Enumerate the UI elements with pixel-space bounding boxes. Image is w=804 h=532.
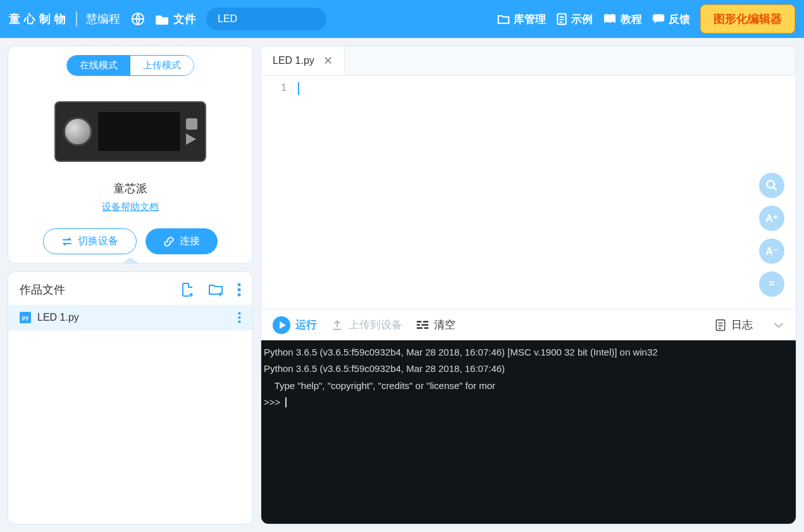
svg-rect-11 <box>423 321 428 323</box>
svg-rect-13 <box>421 324 428 325</box>
svg-point-7 <box>238 316 240 319</box>
play-icon <box>273 316 290 334</box>
files-more-icon[interactable] <box>237 283 241 297</box>
nav-feedback[interactable]: 反馈 <box>652 12 690 27</box>
file-menu[interactable]: 文件 <box>156 11 196 27</box>
equals-button[interactable]: = <box>759 271 784 297</box>
terminal-line: Type "help", "copyright", "credits" or "… <box>264 380 495 391</box>
files-title: 作品文件 <box>20 282 168 297</box>
new-folder-icon[interactable] <box>208 282 225 297</box>
clear-button[interactable]: 清空 <box>416 318 455 332</box>
collapse-arrow-icon[interactable] <box>121 257 139 264</box>
files-panel: 作品文件 py LED 1.py <box>8 271 253 524</box>
switch-device-button[interactable]: 切换设备 <box>43 228 137 254</box>
upload-to-device-button: 上传到设备 <box>331 318 402 332</box>
line-number: 1 <box>261 82 287 94</box>
device-knob-icon <box>63 117 92 146</box>
cursor <box>298 82 299 95</box>
code-area[interactable] <box>293 76 796 309</box>
svg-point-9 <box>767 181 775 189</box>
svg-point-5 <box>238 294 241 297</box>
svg-point-4 <box>238 288 241 292</box>
run-button[interactable]: 运行 <box>273 316 317 334</box>
svg-point-8 <box>238 321 240 323</box>
svg-point-6 <box>238 312 240 314</box>
log-button[interactable]: 日志 <box>715 318 753 332</box>
device-name: 童芯派 <box>113 181 147 196</box>
nav-library[interactable]: 库管理 <box>497 12 546 27</box>
tab-label: LED 1.py <box>273 55 314 66</box>
main: 在线模式 上传模式 童芯派 设备帮助文档 切换设备 <box>0 38 804 532</box>
files-header: 作品文件 <box>8 272 252 305</box>
editor: LED 1.py ✕ 1 A⁺ A⁻ = <box>261 46 796 524</box>
svg-rect-12 <box>417 324 420 325</box>
python-file-icon: py <box>20 312 31 323</box>
terminal[interactable]: Python 3.6.5 (v3.6.5:f59c0932b4, Mar 28 … <box>261 340 796 524</box>
font-increase-button[interactable]: A⁺ <box>759 206 784 231</box>
file-more-icon[interactable] <box>238 311 241 324</box>
svg-rect-14 <box>417 327 423 329</box>
mode-toggle: 在线模式 上传模式 <box>66 55 194 76</box>
file-row[interactable]: py LED 1.py <box>8 305 252 330</box>
editor-body[interactable]: 1 <box>261 76 796 309</box>
device-help-link[interactable]: 设备帮助文档 <box>102 201 159 213</box>
topbar: 童心制物 慧编程 文件 库管理 示例 教程 反馈 图形化编辑器 <box>0 0 804 38</box>
terminal-line: Python 3.6.5 (v3.6.5:f59c0932b4, Mar 28 … <box>264 363 505 374</box>
device-image <box>54 101 206 162</box>
mode-upload[interactable]: 上传模式 <box>130 56 194 75</box>
new-file-icon[interactable] <box>180 282 195 297</box>
search-icon[interactable] <box>759 173 784 198</box>
svg-point-3 <box>238 283 241 287</box>
right-panel: LED 1.py ✕ 1 A⁺ A⁻ = <box>261 46 796 524</box>
close-icon[interactable]: ✕ <box>323 54 333 68</box>
nav-tutorials[interactable]: 教程 <box>603 12 642 27</box>
terminal-line: Python 3.6.5 (v3.6.5:f59c0932b4, Mar 28 … <box>264 347 658 357</box>
brand-sub: 慧编程 <box>76 11 120 27</box>
device-panel: 在线模式 上传模式 童芯派 设备帮助文档 切换设备 <box>8 46 253 264</box>
globe-icon[interactable] <box>130 11 145 27</box>
tab-bar: LED 1.py ✕ <box>261 46 796 76</box>
svg-rect-10 <box>417 321 422 323</box>
terminal-cursor <box>285 397 287 407</box>
brand: 童心制物 <box>9 11 70 27</box>
run-toolbar: 运行 上传到设备 清空 日志 <box>261 309 796 340</box>
nav-examples[interactable]: 示例 <box>556 12 593 27</box>
graphical-editor-button[interactable]: 图形化编辑器 <box>700 4 795 34</box>
svg-rect-15 <box>424 327 429 329</box>
mode-online[interactable]: 在线模式 <box>67 56 130 75</box>
font-decrease-button[interactable]: A⁻ <box>759 238 784 264</box>
left-sidebar: 在线模式 上传模式 童芯派 设备帮助文档 切换设备 <box>8 46 253 524</box>
terminal-prompt: >>> <box>264 397 283 407</box>
file-name: LED 1.py <box>37 312 224 323</box>
device-actions: 切换设备 连接 <box>17 228 244 254</box>
float-tools: A⁺ A⁻ = <box>759 173 784 297</box>
gutter: 1 <box>261 76 293 309</box>
device-screen-icon <box>97 111 181 152</box>
project-name-input[interactable] <box>206 8 326 30</box>
device-buttons-icon <box>186 118 197 145</box>
svg-rect-2 <box>653 15 664 22</box>
connect-button[interactable]: 连接 <box>145 228 218 254</box>
tab[interactable]: LED 1.py ✕ <box>261 46 345 75</box>
file-menu-label: 文件 <box>173 11 196 27</box>
chevron-down-icon[interactable] <box>773 321 784 329</box>
